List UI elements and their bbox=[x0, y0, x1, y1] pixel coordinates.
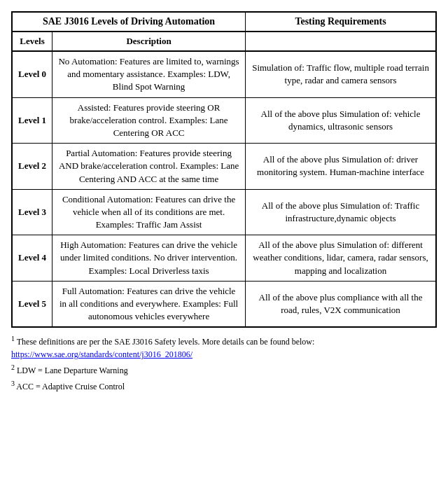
description-cell: High Automation: Features can drive the … bbox=[52, 235, 246, 282]
footnote-item: 3 ACC = Adaptive Cruise Control bbox=[11, 378, 437, 393]
description-cell: No Automation: Features are limited to, … bbox=[52, 51, 246, 97]
table-row: Level 3Conditional Automation: Features … bbox=[12, 189, 436, 235]
level-cell: Level 4 bbox=[12, 235, 52, 282]
footnotes-section: 1 These definitions are per the SAE J301… bbox=[11, 333, 437, 393]
requirements-cell: All of the above plus compliance with al… bbox=[246, 281, 436, 327]
main-header-left: SAE J3016 Levels of Driving Automation bbox=[12, 12, 246, 32]
level-cell: Level 1 bbox=[12, 97, 52, 144]
description-cell: Partial Automation: Features provide ste… bbox=[52, 144, 246, 190]
sub-header-description: Description bbox=[52, 32, 246, 51]
table-row: Level 1Assisted: Features provide steeri… bbox=[12, 97, 436, 144]
description-cell: Assisted: Features provide steering OR b… bbox=[52, 97, 246, 144]
level-cell: Level 2 bbox=[12, 144, 52, 190]
level-cell: Level 3 bbox=[12, 189, 52, 235]
requirements-cell: All of the above plus Simulation of: Tra… bbox=[246, 189, 436, 235]
requirements-cell: All of the above plus Simulation of: veh… bbox=[246, 97, 436, 144]
requirements-cell: All of the above plus Simulation of: dri… bbox=[246, 144, 436, 190]
description-cell: Conditional Automation: Features can dri… bbox=[52, 189, 246, 235]
table-row: Level 2Partial Automation: Features prov… bbox=[12, 144, 436, 190]
table-row: Level 5Full Automation: Features can dri… bbox=[12, 281, 436, 327]
description-cell: Full Automation: Features can drive the … bbox=[52, 281, 246, 327]
sub-header-requirements bbox=[246, 32, 436, 51]
automation-table: SAE J3016 Levels of Driving Automation T… bbox=[11, 11, 437, 328]
requirements-cell: Simulation of: Traffic flow, multiple ro… bbox=[246, 51, 436, 97]
requirements-cell: All of the above plus Simulation of: dif… bbox=[246, 235, 436, 282]
table-row: Level 0No Automation: Features are limit… bbox=[12, 51, 436, 97]
level-cell: Level 0 bbox=[12, 51, 52, 97]
footnote-item: 2 LDW = Lane Departure Warning bbox=[11, 362, 437, 377]
sub-header-levels: Levels bbox=[12, 32, 52, 51]
footnote-link[interactable]: https://www.sae.org/standards/content/j3… bbox=[11, 349, 192, 359]
footnote-item: 1 These definitions are per the SAE J301… bbox=[11, 333, 437, 361]
table-row: Level 4High Automation: Features can dri… bbox=[12, 235, 436, 282]
main-header-right: Testing Requirements bbox=[246, 12, 436, 32]
level-cell: Level 5 bbox=[12, 281, 52, 327]
